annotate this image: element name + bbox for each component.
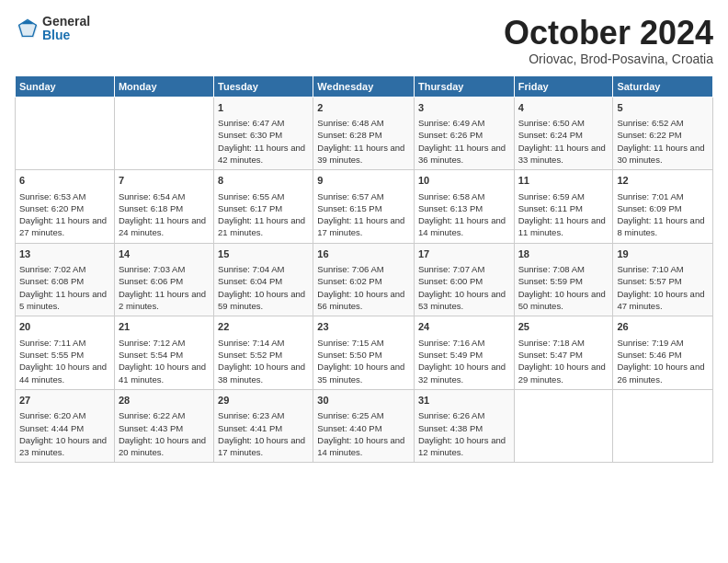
calendar-week-row: 13Sunrise: 7:02 AMSunset: 6:08 PMDayligh… xyxy=(16,243,713,316)
day-info: Daylight: 11 hours and 11 minutes. xyxy=(518,214,609,239)
weekday-header-sunday: Sunday xyxy=(16,75,115,97)
day-info: Sunrise: 7:06 AM xyxy=(317,263,410,275)
day-number: 26 xyxy=(617,320,709,334)
day-info: Sunset: 6:24 PM xyxy=(518,129,609,141)
calendar-day-cell: 27Sunrise: 6:20 AMSunset: 4:44 PMDayligh… xyxy=(16,389,115,463)
day-number: 13 xyxy=(19,247,110,261)
day-info: Sunset: 6:20 PM xyxy=(19,202,110,214)
day-info: Sunset: 6:02 PM xyxy=(317,275,410,287)
day-info: Sunrise: 6:49 AM xyxy=(418,117,510,129)
day-info: Sunrise: 7:12 AM xyxy=(119,337,210,349)
calendar-day-cell: 28Sunrise: 6:22 AMSunset: 4:43 PMDayligh… xyxy=(114,389,213,463)
day-number: 15 xyxy=(218,247,309,261)
day-number: 28 xyxy=(119,394,210,408)
day-info: Sunrise: 6:53 AM xyxy=(19,190,110,202)
calendar-day-cell: 12Sunrise: 7:01 AMSunset: 6:09 PMDayligh… xyxy=(613,170,713,244)
weekday-header-thursday: Thursday xyxy=(414,75,514,97)
day-number: 24 xyxy=(418,320,510,334)
day-info: Daylight: 11 hours and 8 minutes. xyxy=(617,214,709,239)
calendar-day-cell xyxy=(613,389,713,463)
calendar-day-cell: 29Sunrise: 6:23 AMSunset: 4:41 PMDayligh… xyxy=(214,389,313,463)
calendar-day-cell: 11Sunrise: 6:59 AMSunset: 6:11 PMDayligh… xyxy=(514,170,613,244)
day-info: Sunrise: 6:20 AM xyxy=(19,409,110,421)
calendar-day-cell: 25Sunrise: 7:18 AMSunset: 5:47 PMDayligh… xyxy=(514,316,613,390)
day-info: Sunrise: 6:52 AM xyxy=(617,117,709,129)
day-number: 30 xyxy=(317,394,410,408)
calendar-week-row: 6Sunrise: 6:53 AMSunset: 6:20 PMDaylight… xyxy=(16,170,713,244)
day-number: 8 xyxy=(218,174,309,188)
day-number: 11 xyxy=(518,174,609,188)
day-number: 2 xyxy=(317,101,410,115)
logo-general-text: General xyxy=(42,15,90,29)
day-info: Sunrise: 7:10 AM xyxy=(617,263,709,275)
calendar-day-cell: 13Sunrise: 7:02 AMSunset: 6:08 PMDayligh… xyxy=(16,243,115,316)
day-info: Sunrise: 6:22 AM xyxy=(119,409,210,421)
day-info: Sunset: 4:40 PM xyxy=(317,422,410,434)
day-info: Sunset: 5:49 PM xyxy=(418,349,510,361)
day-info: Daylight: 10 hours and 47 minutes. xyxy=(617,288,709,313)
day-info: Daylight: 10 hours and 26 minutes. xyxy=(617,361,709,385)
weekday-header-row: SundayMondayTuesdayWednesdayThursdayFrid… xyxy=(16,75,713,97)
calendar-day-cell xyxy=(514,389,613,463)
day-info: Daylight: 10 hours and 23 minutes. xyxy=(19,434,110,459)
calendar-day-cell: 8Sunrise: 6:55 AMSunset: 6:17 PMDaylight… xyxy=(214,170,313,244)
day-info: Sunrise: 7:02 AM xyxy=(19,263,110,275)
day-info: Sunrise: 6:55 AM xyxy=(218,190,309,202)
day-info: Sunset: 6:22 PM xyxy=(617,129,709,141)
day-number: 1 xyxy=(218,101,309,115)
calendar-day-cell: 22Sunrise: 7:14 AMSunset: 5:52 PMDayligh… xyxy=(214,316,313,390)
day-info: Sunrise: 6:50 AM xyxy=(518,117,609,129)
day-info: Sunrise: 6:47 AM xyxy=(218,117,309,129)
day-number: 17 xyxy=(418,247,510,261)
day-info: Daylight: 11 hours and 27 minutes. xyxy=(19,214,110,239)
calendar-day-cell: 5Sunrise: 6:52 AMSunset: 6:22 PMDaylight… xyxy=(613,97,713,170)
day-info: Daylight: 10 hours and 14 minutes. xyxy=(317,434,410,459)
day-info: Sunset: 5:59 PM xyxy=(518,275,609,287)
calendar-day-cell: 10Sunrise: 6:58 AMSunset: 6:13 PMDayligh… xyxy=(414,170,514,244)
logo-icon xyxy=(15,16,40,41)
day-info: Daylight: 10 hours and 35 minutes. xyxy=(317,361,410,385)
page-header: General Blue October 2024 Oriovac, Brod-… xyxy=(15,15,713,66)
day-info: Sunrise: 7:18 AM xyxy=(518,337,609,349)
day-info: Sunset: 4:43 PM xyxy=(119,422,210,434)
day-info: Sunrise: 7:15 AM xyxy=(317,337,410,349)
day-info: Sunrise: 6:58 AM xyxy=(418,190,510,202)
weekday-header-tuesday: Tuesday xyxy=(214,75,313,97)
day-info: Sunrise: 7:08 AM xyxy=(518,263,609,275)
day-info: Daylight: 11 hours and 36 minutes. xyxy=(418,142,510,167)
day-number: 23 xyxy=(317,320,410,334)
day-info: Daylight: 10 hours and 53 minutes. xyxy=(418,288,510,313)
logo-text: General Blue xyxy=(42,15,90,43)
day-info: Sunset: 5:46 PM xyxy=(617,349,709,361)
title-block: October 2024 Oriovac, Brod-Posavina, Cro… xyxy=(504,15,713,66)
day-info: Daylight: 10 hours and 41 minutes. xyxy=(119,361,210,385)
day-info: Daylight: 11 hours and 14 minutes. xyxy=(418,214,510,239)
day-number: 18 xyxy=(518,247,609,261)
day-info: Sunrise: 7:14 AM xyxy=(218,337,309,349)
day-info: Sunset: 5:54 PM xyxy=(119,349,210,361)
calendar-day-cell: 18Sunrise: 7:08 AMSunset: 5:59 PMDayligh… xyxy=(514,243,613,316)
day-info: Sunset: 5:55 PM xyxy=(19,349,110,361)
day-info: Sunset: 5:52 PM xyxy=(218,349,309,361)
calendar-week-row: 20Sunrise: 7:11 AMSunset: 5:55 PMDayligh… xyxy=(16,316,713,390)
calendar-day-cell: 23Sunrise: 7:15 AMSunset: 5:50 PMDayligh… xyxy=(313,316,415,390)
day-number: 21 xyxy=(119,320,210,334)
day-number: 25 xyxy=(518,320,609,334)
day-number: 6 xyxy=(19,174,110,188)
location: Oriovac, Brod-Posavina, Croatia xyxy=(504,52,713,66)
calendar-day-cell: 26Sunrise: 7:19 AMSunset: 5:46 PMDayligh… xyxy=(613,316,713,390)
day-number: 19 xyxy=(617,247,709,261)
day-number: 4 xyxy=(518,101,609,115)
day-info: Sunset: 5:47 PM xyxy=(518,349,609,361)
day-info: Sunset: 4:41 PM xyxy=(218,422,309,434)
day-info: Daylight: 11 hours and 39 minutes. xyxy=(317,142,410,167)
calendar-day-cell: 20Sunrise: 7:11 AMSunset: 5:55 PMDayligh… xyxy=(16,316,115,390)
day-info: Sunset: 6:28 PM xyxy=(317,129,410,141)
day-info: Sunrise: 7:01 AM xyxy=(617,190,709,202)
day-info: Daylight: 10 hours and 56 minutes. xyxy=(317,288,410,313)
day-info: Sunrise: 7:11 AM xyxy=(19,337,110,349)
day-number: 20 xyxy=(19,320,110,334)
calendar-day-cell: 14Sunrise: 7:03 AMSunset: 6:06 PMDayligh… xyxy=(114,243,213,316)
day-info: Sunset: 6:06 PM xyxy=(119,275,210,287)
day-info: Sunset: 6:04 PM xyxy=(218,275,309,287)
